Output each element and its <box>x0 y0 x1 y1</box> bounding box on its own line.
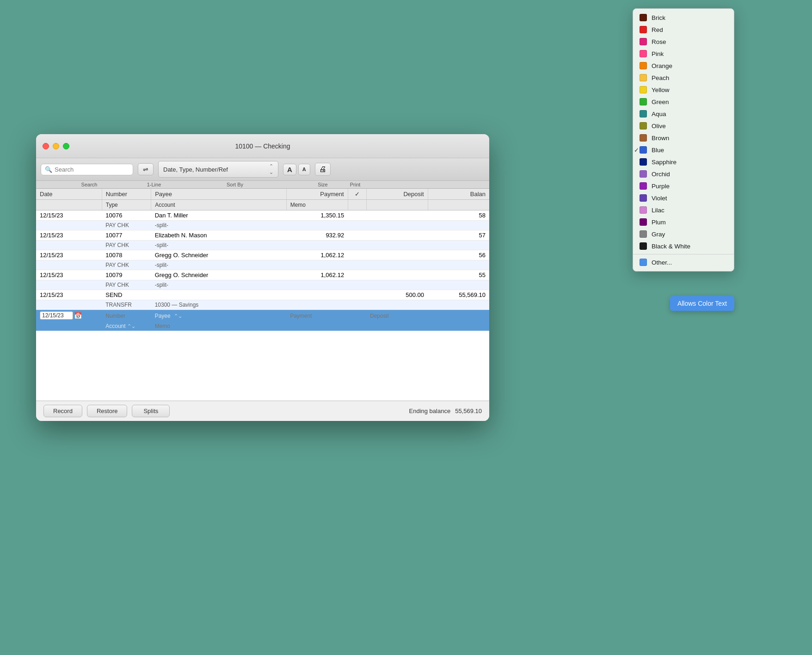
minimize-button[interactable] <box>53 143 59 149</box>
header-payee: Payee <box>151 189 287 200</box>
color-item-aqua[interactable]: Aqua <box>633 108 734 120</box>
color-item-gray[interactable]: Gray <box>633 228 734 240</box>
print-label: Print <box>341 182 369 187</box>
table-row-new-sub[interactable]: Account ⌃⌄ <box>36 321 489 331</box>
cell-empty4 <box>428 300 489 310</box>
cell-payment <box>286 290 348 300</box>
cell-new-memo[interactable] <box>151 321 287 331</box>
color-item-plum[interactable]: Plum <box>633 216 734 228</box>
color-item-rose[interactable]: Rose <box>633 36 734 48</box>
subheader-empty4 <box>428 200 489 210</box>
color-swatch <box>640 74 647 81</box>
restore-button[interactable]: Restore <box>87 405 128 417</box>
print-button[interactable]: 🖨 <box>315 163 331 176</box>
calendar-icon[interactable]: 📅 <box>74 312 82 319</box>
color-item-brick[interactable]: Brick <box>633 12 734 24</box>
color-item-orange[interactable]: Orange <box>633 60 734 72</box>
search-box[interactable]: 🔍 <box>41 164 133 175</box>
color-item-sapphire[interactable]: Sapphire <box>633 156 734 168</box>
subheader-empty2 <box>348 200 366 210</box>
color-item-lilac[interactable]: Lilac <box>633 204 734 216</box>
color-item-peach[interactable]: Peach <box>633 72 734 84</box>
table-row[interactable]: 12/15/23 SEND 500.00 55,569.10 <box>36 290 489 300</box>
color-item-other---[interactable]: Other... <box>633 256 734 268</box>
window-title: 10100 — Checking <box>235 142 290 150</box>
deposit-input[interactable] <box>370 313 424 319</box>
cell-memo <box>286 221 348 230</box>
color-item-pink[interactable]: Pink <box>633 48 734 60</box>
color-label: Pink <box>652 50 664 57</box>
close-button[interactable] <box>43 143 49 149</box>
splits-button[interactable]: Splits <box>132 405 170 417</box>
cell-empty <box>36 300 102 310</box>
table-row[interactable]: 12/15/23 10076 Dan T. Miller 1,350.15 58 <box>36 210 489 221</box>
color-label: Peach <box>652 74 669 81</box>
payment-input[interactable] <box>290 313 344 319</box>
table-row: TRANSFR 10300 — Savings <box>36 300 489 310</box>
color-label: Violet <box>652 195 667 202</box>
cell-new-account[interactable]: Account ⌃⌄ <box>102 321 151 331</box>
color-item-green[interactable]: Green <box>633 96 734 108</box>
color-label: Gray <box>652 231 665 238</box>
cell-balance: 58 <box>428 210 489 221</box>
color-swatch <box>640 122 647 130</box>
cell-date: 12/15/23 <box>36 210 102 221</box>
header-payment: Payment <box>286 189 348 200</box>
table-row[interactable]: 12/15/23 10077 Elizabeth N. Mason 932.92… <box>36 230 489 241</box>
cell-account: -split- <box>151 260 287 270</box>
cell-type: PAY CHK <box>102 241 151 250</box>
color-label: Green <box>652 99 669 105</box>
window-footer: Record Restore Splits Ending balance 55,… <box>36 401 489 421</box>
color-item-brown[interactable]: Brown <box>633 132 734 144</box>
number-input[interactable] <box>105 313 147 319</box>
cell-account: 10300 — Savings <box>151 300 287 310</box>
maximize-button[interactable] <box>63 143 69 149</box>
date-input[interactable] <box>40 311 73 320</box>
cell-new-payee[interactable]: Payee ⌃⌄ <box>151 310 287 321</box>
cell-empty3 <box>366 241 428 250</box>
color-label: Aqua <box>652 111 666 117</box>
color-item-yellow[interactable]: Yellow <box>633 84 734 96</box>
sort-by-dropdown[interactable]: Date, Type, Number/Ref ⌃⌄ <box>158 161 278 178</box>
header-check: ✓ <box>348 189 366 200</box>
cell-empty3 <box>366 221 428 230</box>
traffic-lights <box>43 143 69 149</box>
sort-by-label: Sort By <box>166 182 304 187</box>
size-large-button[interactable]: A <box>283 164 296 175</box>
one-line-button[interactable]: ⇌ <box>138 163 154 175</box>
table-subheader-row: Type Account Memo <box>36 200 489 210</box>
cell-number: 10078 <box>102 250 151 260</box>
table-row[interactable]: 12/15/23 10079 Gregg O. Schneider 1,062.… <box>36 270 489 280</box>
cell-new-payment[interactable] <box>286 310 348 321</box>
size-small-button[interactable]: A <box>298 164 310 175</box>
color-item-black---white[interactable]: Black & White <box>633 240 734 252</box>
cell-payee: Dan T. Miller <box>151 210 287 221</box>
table-row[interactable]: 12/15/23 10078 Gregg O. Schneider 1,062.… <box>36 250 489 260</box>
cell-new-deposit[interactable] <box>366 310 428 321</box>
footer-balance: Ending balance 55,569.10 <box>409 408 482 414</box>
cell-empty2 <box>348 221 366 230</box>
subheader-empty3 <box>366 200 428 210</box>
cell-number: 10077 <box>102 230 151 241</box>
sort-by-value: Date, Type, Number/Ref <box>163 166 228 173</box>
cell-check <box>348 230 366 241</box>
color-item-olive[interactable]: Olive <box>633 120 734 132</box>
toolbar: 🔍 ⇌ Date, Type, Number/Ref ⌃⌄ A A 🖨 <box>36 158 489 181</box>
cell-deposit: 500.00 <box>366 290 428 300</box>
search-input[interactable] <box>55 166 129 173</box>
color-item-red[interactable]: Red <box>633 24 734 36</box>
color-swatch <box>640 50 647 57</box>
header-deposit: Deposit <box>366 189 428 200</box>
color-item-violet[interactable]: Violet <box>633 192 734 204</box>
table-row-new[interactable]: 📅 Payee ⌃⌄ <box>36 310 489 321</box>
memo-input[interactable] <box>155 323 283 329</box>
color-item-orchid[interactable]: Orchid <box>633 168 734 180</box>
record-button[interactable]: Record <box>43 405 82 417</box>
color-item-purple[interactable]: Purple <box>633 180 734 192</box>
color-label: Orchid <box>652 171 670 178</box>
cell-new-date[interactable]: 📅 <box>36 310 102 321</box>
cell-new-number[interactable] <box>102 310 151 321</box>
color-label: Yellow <box>652 87 670 93</box>
header-number: Number <box>102 189 151 200</box>
color-item-blue[interactable]: Blue <box>633 144 734 156</box>
